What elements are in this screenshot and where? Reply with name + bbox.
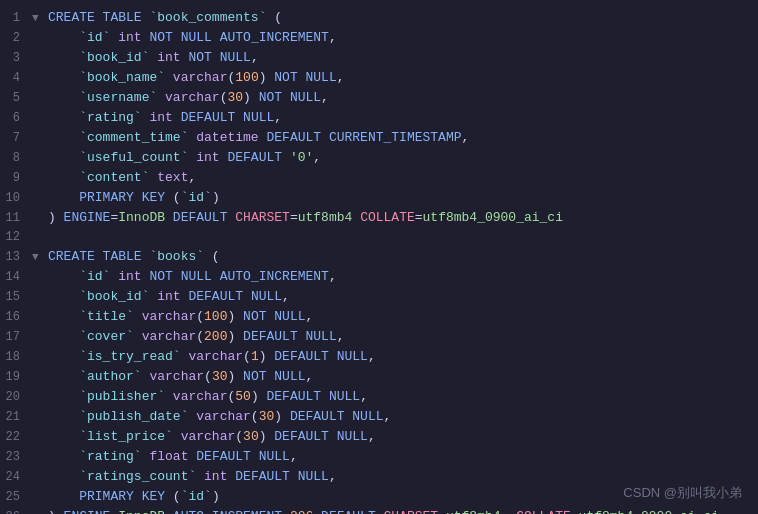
line-number: 10 — [0, 189, 32, 208]
code-content: `content` text, — [46, 168, 196, 187]
code-content: `publisher` varchar(50) DEFAULT NULL, — [46, 387, 368, 406]
line-number: 19 — [0, 368, 32, 387]
line-number: 3 — [0, 49, 32, 68]
code-line: 10 PRIMARY KEY (`id`) — [0, 188, 758, 208]
line-number: 2 — [0, 29, 32, 48]
fold-icon[interactable]: ▼ — [32, 248, 46, 267]
code-content: `ratings_count` int DEFAULT NULL, — [46, 467, 337, 486]
code-content: `book_id` int DEFAULT NULL, — [46, 287, 290, 306]
line-number: 26 — [0, 508, 32, 514]
code-content: ) ENGINE=InnoDB AUTO_INCREMENT=206 DEFAU… — [46, 507, 719, 514]
code-content: `username` varchar(30) NOT NULL, — [46, 88, 329, 107]
line-number: 6 — [0, 109, 32, 128]
watermark-text: CSDN @别叫我小弟 — [623, 484, 742, 502]
code-content: `rating` float DEFAULT NULL, — [46, 447, 298, 466]
code-line: 8 `useful_count` int DEFAULT '0', — [0, 148, 758, 168]
code-content: `book_id` int NOT NULL, — [46, 48, 259, 67]
code-content: ) ENGINE=InnoDB DEFAULT CHARSET=utf8mb4 … — [46, 208, 563, 227]
code-line: 3 `book_id` int NOT NULL, — [0, 48, 758, 68]
code-line: 4 `book_name` varchar(100) NOT NULL, — [0, 68, 758, 88]
line-number: 15 — [0, 288, 32, 307]
code-line: 14 `id` int NOT NULL AUTO_INCREMENT, — [0, 267, 758, 287]
fold-icon[interactable]: ▼ — [32, 9, 46, 28]
code-line: 17 `cover` varchar(200) DEFAULT NULL, — [0, 327, 758, 347]
code-line: 15 `book_id` int DEFAULT NULL, — [0, 287, 758, 307]
code-line: 16 `title` varchar(100) NOT NULL, — [0, 307, 758, 327]
code-line: 21 `publish_date` varchar(30) DEFAULT NU… — [0, 407, 758, 427]
code-line: 6 `rating` int DEFAULT NULL, — [0, 108, 758, 128]
code-content: `author` varchar(30) NOT NULL, — [46, 367, 313, 386]
code-line: 22 `list_price` varchar(30) DEFAULT NULL… — [0, 427, 758, 447]
code-line: 1▼CREATE TABLE `book_comments` ( — [0, 8, 758, 28]
code-content: PRIMARY KEY (`id`) — [46, 188, 220, 207]
code-line: 13▼CREATE TABLE `books` ( — [0, 247, 758, 267]
line-number: 23 — [0, 448, 32, 467]
code-content: `book_name` varchar(100) NOT NULL, — [46, 68, 345, 87]
line-number: 16 — [0, 308, 32, 327]
code-line: 19 `author` varchar(30) NOT NULL, — [0, 367, 758, 387]
line-number: 21 — [0, 408, 32, 427]
line-number: 14 — [0, 268, 32, 287]
code-content: `title` varchar(100) NOT NULL, — [46, 307, 313, 326]
code-content: CREATE TABLE `book_comments` ( — [46, 8, 282, 27]
line-number: 7 — [0, 129, 32, 148]
code-content: `useful_count` int DEFAULT '0', — [46, 148, 321, 167]
code-line: 11 ) ENGINE=InnoDB DEFAULT CHARSET=utf8m… — [0, 208, 758, 228]
code-content: `publish_date` varchar(30) DEFAULT NULL, — [46, 407, 391, 426]
line-number: 17 — [0, 328, 32, 347]
line-number: 9 — [0, 169, 32, 188]
code-content: CREATE TABLE `books` ( — [46, 247, 220, 266]
code-line: 26 ) ENGINE=InnoDB AUTO_INCREMENT=206 DE… — [0, 507, 758, 514]
code-content: `is_try_read` varchar(1) DEFAULT NULL, — [46, 347, 376, 366]
code-content: `id` int NOT NULL AUTO_INCREMENT, — [46, 267, 337, 286]
line-number: 22 — [0, 428, 32, 447]
code-content: `list_price` varchar(30) DEFAULT NULL, — [46, 427, 376, 446]
code-line: 18 `is_try_read` varchar(1) DEFAULT NULL… — [0, 347, 758, 367]
line-number: 1 — [0, 9, 32, 28]
code-line: 20 `publisher` varchar(50) DEFAULT NULL, — [0, 387, 758, 407]
code-content: `cover` varchar(200) DEFAULT NULL, — [46, 327, 345, 346]
code-line: 5 `username` varchar(30) NOT NULL, — [0, 88, 758, 108]
code-line: 12 — [0, 228, 758, 247]
code-content: `comment_time` datetime DEFAULT CURRENT_… — [46, 128, 469, 147]
line-number: 12 — [0, 228, 32, 247]
line-number: 4 — [0, 69, 32, 88]
line-number: 5 — [0, 89, 32, 108]
line-number: 25 — [0, 488, 32, 507]
code-content: `id` int NOT NULL AUTO_INCREMENT, — [46, 28, 337, 47]
code-line: 7 `comment_time` datetime DEFAULT CURREN… — [0, 128, 758, 148]
line-number: 20 — [0, 388, 32, 407]
code-content: `rating` int DEFAULT NULL, — [46, 108, 282, 127]
line-number: 8 — [0, 149, 32, 168]
code-editor: 1▼CREATE TABLE `book_comments` (2 `id` i… — [0, 0, 758, 514]
line-number: 13 — [0, 248, 32, 267]
line-number: 18 — [0, 348, 32, 367]
line-number: 24 — [0, 468, 32, 487]
line-number: 11 — [0, 209, 32, 228]
code-line: 23 `rating` float DEFAULT NULL, — [0, 447, 758, 467]
code-line: 9 `content` text, — [0, 168, 758, 188]
code-line: 2 `id` int NOT NULL AUTO_INCREMENT, — [0, 28, 758, 48]
code-content: PRIMARY KEY (`id`) — [46, 487, 220, 506]
